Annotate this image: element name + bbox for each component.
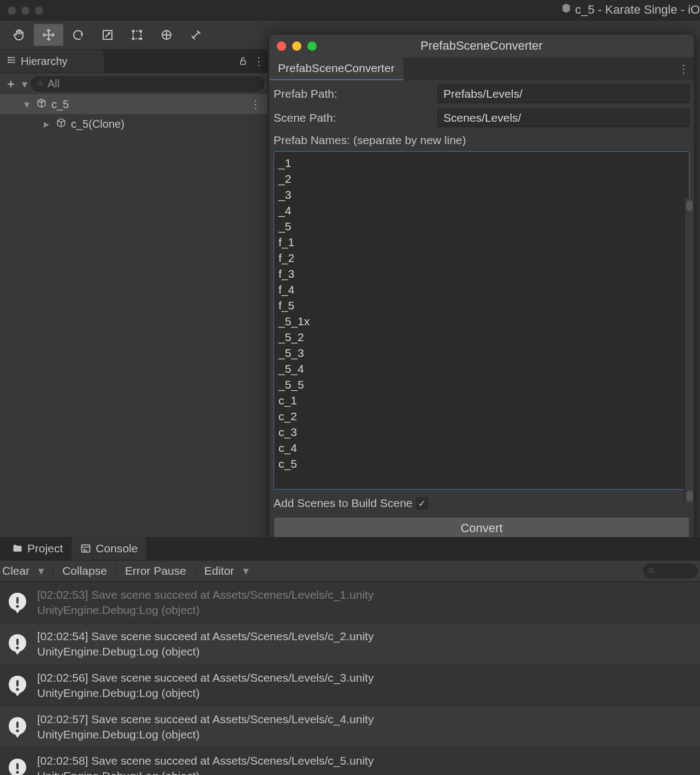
console-log-text: [02:02:53] Save scene succeed at Assets/…	[37, 587, 373, 618]
custom-tool[interactable]	[181, 24, 211, 46]
app-titlebar: c_5 - Karate Single - iO	[561, 3, 700, 17]
console-log-text: [02:02:57] Save scene succeed at Assets/…	[37, 712, 373, 742]
converter-window: PrefabSceneConverter PrefabSceneConverte…	[269, 34, 695, 546]
foldout-icon[interactable]: ▸	[44, 117, 51, 130]
console-clear-dropdown-icon[interactable]: ▾	[38, 564, 44, 577]
info-icon	[5, 591, 29, 615]
bottom-tab-strip: Project Console	[0, 537, 700, 560]
hierarchy-row-kebab-icon[interactable]: ⋮	[250, 98, 262, 111]
svg-rect-7	[241, 61, 246, 64]
project-tab[interactable]: Project	[3, 537, 72, 560]
svg-point-12	[16, 605, 19, 607]
hierarchy-search[interactable]: All	[31, 76, 264, 92]
console-log-row[interactable]: [02:02:53] Save scene succeed at Assets/…	[0, 582, 700, 623]
console-search[interactable]	[643, 564, 698, 578]
svg-point-16	[16, 688, 19, 690]
info-icon	[5, 632, 29, 656]
svg-point-10	[649, 568, 653, 572]
converter-scrollbar[interactable]	[684, 198, 694, 504]
console-log-row[interactable]: [02:02:56] Save scene succeed at Assets/…	[0, 665, 700, 706]
svg-rect-15	[16, 680, 19, 687]
console-clear-button[interactable]: Clear	[2, 564, 29, 577]
mac-close-dot[interactable]	[8, 7, 16, 15]
svg-point-3	[140, 31, 142, 32]
hierarchy-panel: Hierarchy ⋮ + ▾ All ▾ c_5 ⋮ ▸ c_5(Clone)	[0, 49, 268, 134]
prefab-path-value: Prefabs/Levels/	[443, 87, 523, 100]
svg-point-8	[38, 81, 41, 85]
console-tab-label: Console	[96, 542, 138, 555]
svg-point-18	[16, 729, 19, 732]
hierarchy-tab-label: Hierarchy	[21, 55, 68, 68]
add-scenes-label: Add Scenes to Build Scene	[274, 497, 413, 510]
mac-zoom-dot[interactable]	[35, 7, 43, 15]
console-log-row[interactable]: [02:02:54] Save scene succeed at Assets/…	[0, 623, 700, 665]
console-log-row[interactable]: [02:02:58] Save scene succeed at Assets/…	[0, 748, 700, 775]
svg-point-14	[16, 646, 19, 649]
gameobject-icon	[56, 117, 67, 131]
unity-logo-icon	[561, 3, 572, 17]
hierarchy-tab[interactable]: Hierarchy	[0, 50, 104, 73]
console-log-row[interactable]: [02:02:57] Save scene succeed at Assets/…	[0, 706, 700, 748]
foldout-icon[interactable]: ▾	[24, 98, 32, 111]
rotate-tool[interactable]	[63, 24, 93, 46]
console-editor-dropdown-icon[interactable]: ▾	[243, 564, 249, 577]
convert-button[interactable]: Convert	[274, 517, 690, 540]
info-icon	[5, 673, 29, 698]
svg-point-20	[16, 771, 19, 773]
svg-rect-19	[16, 763, 19, 770]
project-tab-label: Project	[27, 542, 63, 555]
move-tool[interactable]	[34, 24, 63, 46]
hand-tool[interactable]	[4, 24, 34, 46]
console-log-text: [02:02:54] Save scene succeed at Assets/…	[37, 629, 373, 659]
hierarchy-icon	[7, 55, 16, 68]
hierarchy-scene-row[interactable]: ▾ c_5 ⋮	[0, 94, 268, 114]
hierarchy-add-button[interactable]: +	[3, 76, 19, 92]
converter-titlebar[interactable]: PrefabSceneConverter	[269, 34, 694, 57]
prefab-names-textarea[interactable]: _1 _2 _3 _4 _5 f_1 f_2 f_3 f_4 f_5 _5_1x…	[274, 151, 690, 490]
scroll-up-icon[interactable]	[686, 200, 693, 211]
hierarchy-search-placeholder: All	[48, 78, 60, 90]
console-log-text: [02:02:56] Save scene succeed at Assets/…	[37, 670, 373, 701]
console-editor-button[interactable]: Editor	[204, 564, 234, 577]
hierarchy-child-label: c_5(Clone)	[71, 118, 124, 130]
scene-path-value: Scenes/Levels/	[443, 111, 521, 124]
unity-prefab-icon	[36, 98, 47, 111]
converter-tab[interactable]: PrefabSceneConverter	[269, 57, 404, 80]
console-log-list: [02:02:53] Save scene succeed at Assets/…	[0, 582, 700, 775]
info-icon	[5, 715, 29, 739]
scroll-down-icon[interactable]	[686, 491, 693, 502]
hierarchy-child-row[interactable]: ▸ c_5(Clone)	[0, 114, 268, 134]
mac-window-traffic: c_5 - Karate Single - iO	[0, 0, 700, 21]
transform-tool[interactable]	[152, 24, 181, 46]
console-error-pause-button[interactable]: Error Pause	[125, 564, 186, 577]
svg-rect-13	[16, 639, 19, 645]
converter-tab-label: PrefabSceneConverter	[278, 62, 395, 75]
prefab-path-input[interactable]: Prefabs/Levels/	[437, 85, 690, 103]
app-title: c_5 - Karate Single - iO	[575, 3, 700, 17]
hierarchy-root-label: c_5	[51, 98, 69, 111]
svg-rect-11	[16, 597, 19, 604]
svg-rect-1	[133, 31, 141, 39]
console-toolbar: Clear ▾ Collapse Error Pause Editor ▾	[0, 560, 700, 582]
scene-path-input[interactable]: Scenes/Levels/	[437, 109, 690, 127]
console-tab[interactable]: Console	[72, 537, 146, 560]
info-icon	[5, 756, 29, 776]
console-log-text: [02:02:58] Save scene succeed at Assets/…	[37, 753, 373, 776]
console-collapse-button[interactable]: Collapse	[62, 564, 107, 577]
mac-min-dot[interactable]	[21, 7, 29, 15]
hierarchy-add-dropdown-icon[interactable]: ▾	[22, 78, 27, 91]
svg-rect-17	[16, 722, 19, 728]
converter-window-title: PrefabSceneConverter	[269, 39, 694, 53]
rect-tool[interactable]	[122, 24, 152, 46]
add-scenes-checkbox[interactable]: ✓	[416, 497, 428, 509]
hierarchy-lock-icon[interactable]	[235, 53, 251, 69]
scene-path-label: Scene Path:	[274, 111, 437, 124]
convert-button-label: Convert	[460, 521, 502, 535]
prefab-path-label: Prefab Path:	[274, 87, 437, 100]
converter-kebab-icon[interactable]: ⋮	[674, 62, 694, 75]
prefab-names-label: Prefab Names: (separate by new line)	[274, 132, 690, 148]
hierarchy-kebab-icon[interactable]: ⋮	[251, 53, 268, 69]
scale-tool[interactable]	[93, 24, 122, 46]
